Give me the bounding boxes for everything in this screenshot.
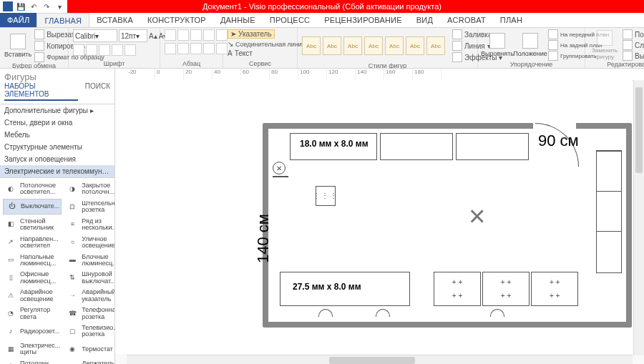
italic-icon[interactable] <box>86 44 97 56</box>
stencil-item[interactable]: ▯Офисные люминесц... <box>3 270 62 286</box>
valign-top-icon[interactable] <box>165 43 176 54</box>
stencil-item[interactable]: ♪Радиорозет... <box>3 323 62 340</box>
style-swatch[interactable]: Abc <box>343 36 362 55</box>
room-outline[interactable]: 18.0 мм х 8.0 мм ✕ ⋮⋮⋮ × 27.5 мм х 8.0 м… <box>263 123 632 328</box>
style-swatch[interactable]: Abc <box>323 36 341 55</box>
paste-button[interactable]: Вставить <box>4 31 31 61</box>
stencil-item[interactable]: ☎Телефонная розетка <box>64 305 114 322</box>
pointer-tool-button[interactable]: ➤Указатель <box>228 29 275 39</box>
style-swatch[interactable]: Abc <box>302 36 321 55</box>
save-icon[interactable]: 💾 <box>16 1 26 11</box>
stencil-item[interactable]: ≡Ряд из нескольки... <box>64 217 114 233</box>
category-structural[interactable]: Структурные элементы <box>0 141 114 153</box>
change-shape-button[interactable]: Заменить фигуру <box>590 30 620 60</box>
style-swatch[interactable]: Abc <box>364 36 383 55</box>
furniture-bed-mid[interactable] <box>380 133 453 160</box>
stencil-item[interactable]: ◐Потолочное осветител... <box>3 181 62 197</box>
strike-icon[interactable] <box>112 44 123 56</box>
lamp-left[interactable] <box>318 309 333 317</box>
tab-home[interactable]: ГЛАВНАЯ <box>36 13 89 27</box>
font-family-select[interactable]: Calibri ▾ <box>73 29 117 42</box>
align-button[interactable]: Выровнять <box>482 30 512 60</box>
font-family-value: Calibri <box>75 32 95 40</box>
ruler-mark: 180 <box>413 69 441 80</box>
tab-view[interactable]: ВИД <box>409 13 440 27</box>
stencil-item[interactable]: ⊡Штепсельн... розетка <box>64 199 114 215</box>
category-furniture[interactable]: Мебель <box>0 129 114 141</box>
ruler-horizontal[interactable]: -20020406080100120140160180 <box>127 69 644 81</box>
switch-symbol[interactable] <box>273 176 288 177</box>
stencil-item[interactable]: ◔Регулятор света <box>3 305 62 322</box>
stencil-item[interactable]: ⏻Выключате... <box>3 199 62 215</box>
scrollbar-horizontal[interactable] <box>127 355 633 364</box>
furniture-bed-right[interactable] <box>456 133 529 160</box>
tab-data[interactable]: ДАННЫЕ <box>213 13 263 27</box>
font-color-icon[interactable] <box>125 44 136 56</box>
style-swatch[interactable]: Abc <box>426 36 445 55</box>
tab-review[interactable]: РЕЦЕНЗИРОВАНИЕ <box>317 13 409 27</box>
fixture-box[interactable]: ⋮⋮⋮ <box>316 186 336 206</box>
ceiling-light-symbol[interactable]: × <box>469 200 485 232</box>
tab-design[interactable]: КОНСТРУКТОР <box>140 13 213 27</box>
subtab-sets[interactable]: НАБОРЫ ЭЛЕМЕНТОВ <box>4 82 78 101</box>
drawing-page[interactable]: 18.0 мм х 8.0 мм ✕ ⋮⋮⋮ × 27.5 мм х 8.0 м… <box>127 80 633 354</box>
lamp-right[interactable] <box>490 309 504 317</box>
font-size-select[interactable]: 12пт ▾ <box>119 29 147 42</box>
change-shape-icon <box>597 30 613 46</box>
font-grow-icon[interactable]: A▴ <box>149 29 157 42</box>
align-center-icon[interactable] <box>177 29 189 41</box>
find-button[interactable]: Поиск ▾ <box>623 29 644 39</box>
indent-dec-icon[interactable] <box>203 43 215 54</box>
stencil-item[interactable]: ⚠Аварийное освещение <box>3 287 62 304</box>
stencil-item[interactable]: ▭Напольные люминесц... <box>3 252 62 269</box>
workspace: Фигуры НАБОРЫ ЭЛЕМЕНТОВ ПОИСК Дополнител… <box>0 69 644 364</box>
stencil-item[interactable]: ▬Блочные люминесц... <box>64 252 114 269</box>
redo-icon[interactable]: ↷ <box>42 1 52 11</box>
style-swatch[interactable]: Abc <box>385 36 404 55</box>
stencil-item[interactable]: ◉Термостат <box>64 341 114 358</box>
stencil-item[interactable]: ↗Направлен... осветител <box>3 235 62 251</box>
stencil-item[interactable]: ▣Держатель пп... <box>64 359 114 364</box>
valign-bot-icon[interactable] <box>190 43 202 54</box>
style-swatch[interactable]: Abc <box>406 36 424 55</box>
cabinet-shape[interactable] <box>596 150 622 273</box>
tab-plan[interactable]: ПЛАН <box>493 13 530 27</box>
underline-icon[interactable] <box>99 44 110 56</box>
stencil-item[interactable]: ▦Электричес... щиты <box>3 341 62 358</box>
scroll-thumb[interactable] <box>635 87 643 173</box>
tab-acrobat[interactable]: ACROBAT <box>440 13 493 27</box>
text-tool-button[interactable]: AТекст <box>228 49 253 57</box>
stencil-item[interactable]: ☼Уличное освещение <box>64 235 114 251</box>
lamp-mid[interactable] <box>376 309 390 317</box>
undo-icon[interactable]: ↶ <box>29 1 39 11</box>
ruler-mark: 140 <box>356 69 384 80</box>
justify-icon[interactable] <box>203 29 215 41</box>
position-button[interactable]: Положение <box>515 30 545 60</box>
stencil-item[interactable]: ▢Телевизио... розетка <box>64 323 114 340</box>
stencil-item[interactable]: ◑Закрытое потолочн... <box>64 181 114 197</box>
stencil-item[interactable]: →Аварийный указатель <box>64 287 114 304</box>
category-more-shapes[interactable]: Дополнительные фигуры ▸ <box>0 104 114 117</box>
scroll-thumb[interactable] <box>329 357 415 364</box>
tab-insert[interactable]: ВСТАВКА <box>89 13 140 27</box>
sofa-shape[interactable] <box>434 272 578 308</box>
category-walls[interactable]: Стены, двери и окна <box>0 117 114 129</box>
qat-dropdown-icon[interactable]: ▾ <box>54 1 64 11</box>
bold-icon[interactable] <box>73 44 84 56</box>
subtab-search[interactable]: ПОИСК <box>85 82 110 101</box>
outlet-symbol[interactable]: ✕ <box>273 162 286 174</box>
tab-file[interactable]: ФАЙЛ <box>0 13 36 27</box>
layers-button[interactable]: Слои ▾ <box>623 40 644 50</box>
tab-process[interactable]: ПРОЦЕСС <box>263 13 317 27</box>
ruler-vertical[interactable] <box>115 80 127 354</box>
stencil-item[interactable]: ✱Потолочн... вентилятор <box>3 359 62 364</box>
category-alarms[interactable]: Запуск и оповещения <box>0 153 114 165</box>
select-button[interactable]: Выделить ▾ <box>623 51 644 61</box>
stencil-item[interactable]: ◧Стенной светильник <box>3 217 62 233</box>
category-electrical[interactable]: Электрические и телекоммуникаци... <box>0 165 114 177</box>
valign-mid-icon[interactable] <box>177 43 189 54</box>
align-left-icon[interactable] <box>165 29 176 41</box>
scrollbar-vertical[interactable] <box>633 80 644 355</box>
align-right-icon[interactable] <box>190 29 202 41</box>
stencil-item[interactable]: ⇅Шнуровой выключат... <box>64 270 114 286</box>
